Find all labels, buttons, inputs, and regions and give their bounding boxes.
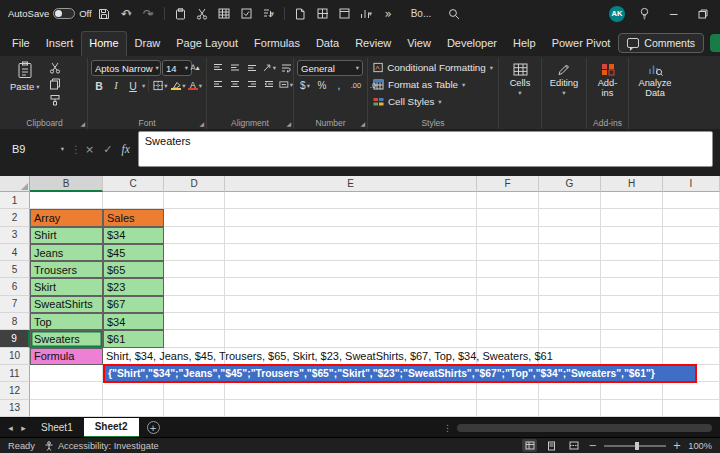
cell-C10[interactable]: Shirt, $34, Jeans, $45, Trousers, $65, S… bbox=[103, 348, 164, 365]
cell-F5[interactable] bbox=[477, 261, 539, 278]
cell-C1[interactable] bbox=[103, 192, 164, 209]
column-header-c[interactable]: C bbox=[103, 176, 164, 192]
font-name-select[interactable]: Aptos Narrow ▾ bbox=[91, 60, 161, 76]
cell-C5[interactable]: $65 bbox=[103, 261, 164, 278]
cell-C13[interactable] bbox=[103, 400, 164, 417]
ribbon-tab-view[interactable]: View bbox=[399, 31, 439, 56]
drag-handle-icon[interactable]: ⋮ bbox=[71, 144, 81, 155]
editing-button[interactable]: Editing ▾ bbox=[545, 60, 583, 97]
sort-button[interactable]: ▾ bbox=[259, 5, 278, 23]
ribbon-tab-review[interactable]: Review bbox=[347, 31, 399, 56]
percent-style-button[interactable]: % bbox=[314, 78, 330, 93]
row-header-10[interactable]: 10 bbox=[0, 348, 30, 365]
lightbulb-button[interactable] bbox=[635, 5, 654, 23]
decrease-indent-button[interactable] bbox=[261, 77, 277, 92]
cell-I13[interactable] bbox=[663, 400, 720, 417]
cell-B2[interactable]: Array bbox=[30, 209, 103, 226]
number-dialog-launcher[interactable]: ◢ bbox=[360, 120, 365, 127]
cell-D13[interactable] bbox=[164, 400, 225, 417]
cell-D2[interactable] bbox=[164, 209, 225, 226]
cell-B13[interactable] bbox=[30, 400, 103, 417]
row-header-11[interactable]: 11 bbox=[0, 365, 30, 382]
cell-E3[interactable] bbox=[225, 227, 477, 244]
formula-input[interactable]: Sweaters bbox=[138, 131, 713, 167]
cell-B12[interactable] bbox=[30, 382, 103, 399]
cell-F2[interactable] bbox=[477, 209, 539, 226]
cell-G12[interactable] bbox=[539, 382, 601, 399]
cell-F9[interactable] bbox=[477, 330, 539, 347]
cell-I4[interactable] bbox=[663, 244, 720, 261]
cell-I8[interactable] bbox=[663, 313, 720, 330]
cell-H3[interactable] bbox=[601, 227, 663, 244]
addins-button[interactable]: Add-ins bbox=[590, 60, 625, 98]
cell-D9[interactable] bbox=[164, 330, 225, 347]
cell-B6[interactable]: Skirt bbox=[30, 278, 103, 295]
cells-button[interactable]: Cells ▾ bbox=[502, 60, 538, 97]
align-top-button[interactable] bbox=[210, 60, 226, 75]
cell-D7[interactable] bbox=[164, 296, 225, 313]
cell-B10[interactable]: Formula bbox=[30, 348, 103, 365]
cell-E9[interactable] bbox=[225, 330, 477, 347]
column-header-b[interactable]: B bbox=[30, 176, 103, 192]
insert-function-button[interactable]: fx bbox=[121, 143, 129, 155]
row-header-13[interactable]: 13 bbox=[0, 400, 30, 417]
cell-I12[interactable] bbox=[663, 382, 720, 399]
cell-C3[interactable]: $34 bbox=[103, 227, 164, 244]
sheet-tab-sheet2[interactable]: Sheet2 bbox=[84, 418, 139, 438]
zoom-slider-knob[interactable] bbox=[635, 442, 639, 450]
alignment-dialog-launcher[interactable]: ◢ bbox=[286, 120, 291, 127]
cell-I10[interactable] bbox=[663, 348, 720, 365]
cell-B3[interactable]: Shirt bbox=[30, 227, 103, 244]
cell-H4[interactable] bbox=[601, 244, 663, 261]
cell-C8[interactable]: $34 bbox=[103, 313, 164, 330]
cell-H13[interactable] bbox=[601, 400, 663, 417]
cell-D8[interactable] bbox=[164, 313, 225, 330]
cell-H9[interactable] bbox=[601, 330, 663, 347]
scrollbar-splitter-icon[interactable]: ⋮ bbox=[443, 423, 452, 433]
cell-D12[interactable] bbox=[164, 382, 225, 399]
array-formula-result[interactable]: {"Shirt","$34";"Jeans","$45";"Trousers",… bbox=[103, 364, 697, 383]
cell-D5[interactable] bbox=[164, 261, 225, 278]
new-sheet-button[interactable]: + bbox=[147, 421, 160, 434]
column-header-e[interactable]: E bbox=[225, 176, 477, 192]
cell-B11[interactable] bbox=[30, 365, 103, 382]
cell-G2[interactable] bbox=[539, 209, 601, 226]
restore-button[interactable] bbox=[693, 5, 712, 23]
cell-B9[interactable]: Sweaters bbox=[30, 330, 103, 347]
cell-E6[interactable] bbox=[225, 278, 477, 295]
cell-G5[interactable] bbox=[539, 261, 601, 278]
cell-E5[interactable] bbox=[225, 261, 477, 278]
table-button[interactable] bbox=[215, 5, 234, 23]
cell-G7[interactable] bbox=[539, 296, 601, 313]
cell-E12[interactable] bbox=[225, 382, 477, 399]
cell-B8[interactable]: Top bbox=[30, 313, 103, 330]
cell-I9[interactable] bbox=[663, 330, 720, 347]
align-left-button[interactable] bbox=[210, 77, 226, 92]
cell-E1[interactable] bbox=[225, 192, 477, 209]
row-header-6[interactable]: 6 bbox=[0, 278, 30, 295]
search-button[interactable] bbox=[444, 5, 463, 23]
cell-B7[interactable]: SweatShirts bbox=[30, 296, 103, 313]
cell-F1[interactable] bbox=[477, 192, 539, 209]
cell-G1[interactable] bbox=[539, 192, 601, 209]
number-format-select[interactable]: General ▾ bbox=[297, 60, 363, 76]
chart-button[interactable]: ▾ bbox=[357, 5, 376, 23]
cell-F7[interactable] bbox=[477, 296, 539, 313]
cell-D6[interactable] bbox=[164, 278, 225, 295]
cut-button[interactable] bbox=[193, 5, 212, 23]
cell-C2[interactable]: Sales bbox=[103, 209, 164, 226]
avatar[interactable]: AK bbox=[609, 6, 625, 22]
clipboard-button[interactable] bbox=[171, 5, 190, 23]
align-center-button[interactable] bbox=[227, 77, 243, 92]
zoom-slider[interactable] bbox=[604, 445, 666, 447]
column-header-h[interactable]: H bbox=[601, 176, 663, 192]
cell-C4[interactable]: $45 bbox=[103, 244, 164, 261]
window-button[interactable] bbox=[335, 5, 354, 23]
checkbox-button[interactable] bbox=[237, 5, 256, 23]
cell-C12[interactable] bbox=[103, 382, 164, 399]
accounting-format-button[interactable]: $ ▾ bbox=[297, 78, 313, 93]
cell-D1[interactable] bbox=[164, 192, 225, 209]
ribbon-tab-draw[interactable]: Draw bbox=[127, 31, 169, 56]
sheet-nav-right-icon[interactable]: ▸ bbox=[17, 423, 30, 433]
cell-I5[interactable] bbox=[663, 261, 720, 278]
